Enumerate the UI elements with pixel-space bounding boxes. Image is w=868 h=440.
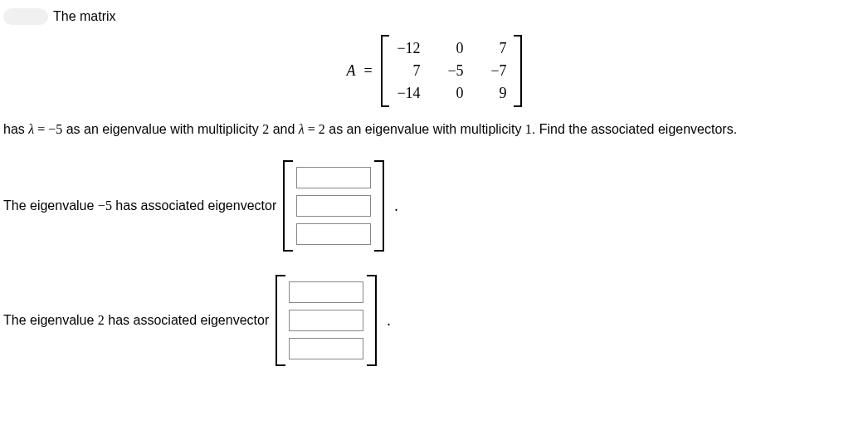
vector-bracket-2 (276, 275, 377, 366)
matrix-cell: 0 (439, 85, 464, 102)
eigenvector-1-input-2[interactable] (296, 195, 371, 217)
problem-statement: has λ = −5 as an eigenvalue with multipl… (3, 122, 865, 137)
text: = (305, 122, 319, 136)
eigenvector-1-input-3[interactable] (296, 223, 371, 245)
intro-text: The matrix (53, 9, 116, 24)
text: as an eigenvalue with multiplicity (325, 122, 525, 136)
text: . Find the associated eigenvectors. (532, 122, 737, 136)
text: has associated eigenvector (112, 198, 276, 213)
matrix-label: A (346, 62, 355, 80)
eigenvector-2-input-2[interactable] (289, 310, 363, 331)
eigenvector-2-input-3[interactable] (289, 338, 363, 359)
matrix-cell: 7 (482, 40, 507, 57)
matrix-cell: −14 (396, 85, 421, 102)
text: has (3, 122, 28, 136)
text: has associated eigenvector (105, 313, 269, 327)
matrix-cells: −12 0 7 7 −5 −7 −14 0 9 (388, 35, 515, 107)
matrix-cell: 7 (396, 62, 421, 80)
matrix-cell: 9 (482, 85, 507, 102)
answer-label-1: The eigenvalue −5 has associated eigenve… (3, 198, 276, 213)
period: . (387, 312, 391, 330)
matrix-bracket: −12 0 7 7 −5 −7 −14 0 9 (381, 35, 522, 107)
intro-line: The matrix (3, 8, 865, 25)
eigenvalue: 2 (98, 313, 105, 327)
eigenvector-2-input-1[interactable] (289, 281, 363, 303)
text: as an eigenvalue with multiplicity (62, 122, 262, 136)
multiplicity-2: 1 (525, 122, 532, 136)
period: . (394, 198, 398, 215)
eigenvalue-1: −5 (48, 122, 62, 136)
text: = (34, 122, 48, 136)
matrix-display: A = −12 0 7 7 −5 −7 −14 0 9 (3, 35, 865, 107)
answer-row-1: The eigenvalue −5 has associated eigenve… (3, 160, 865, 252)
matrix-cell: 0 (439, 40, 464, 57)
text: The eigenvalue (3, 313, 98, 327)
badge-placeholder (3, 8, 48, 25)
matrix-equals: = (363, 62, 372, 80)
eigenvalue: −5 (98, 198, 112, 213)
vector-bracket-1 (283, 160, 384, 252)
eigenvector-1-input-1[interactable] (296, 167, 371, 188)
text: and (269, 122, 299, 136)
answer-row-2: The eigenvalue 2 has associated eigenvec… (3, 275, 865, 366)
matrix-cell: −12 (396, 40, 421, 57)
answer-label-2: The eigenvalue 2 has associated eigenvec… (3, 313, 269, 328)
lambda: λ (299, 122, 305, 136)
eigenvalue-2: 2 (319, 122, 325, 136)
matrix-cell: −5 (439, 62, 464, 80)
matrix-cell: −7 (482, 62, 507, 80)
text: The eigenvalue (3, 198, 98, 213)
